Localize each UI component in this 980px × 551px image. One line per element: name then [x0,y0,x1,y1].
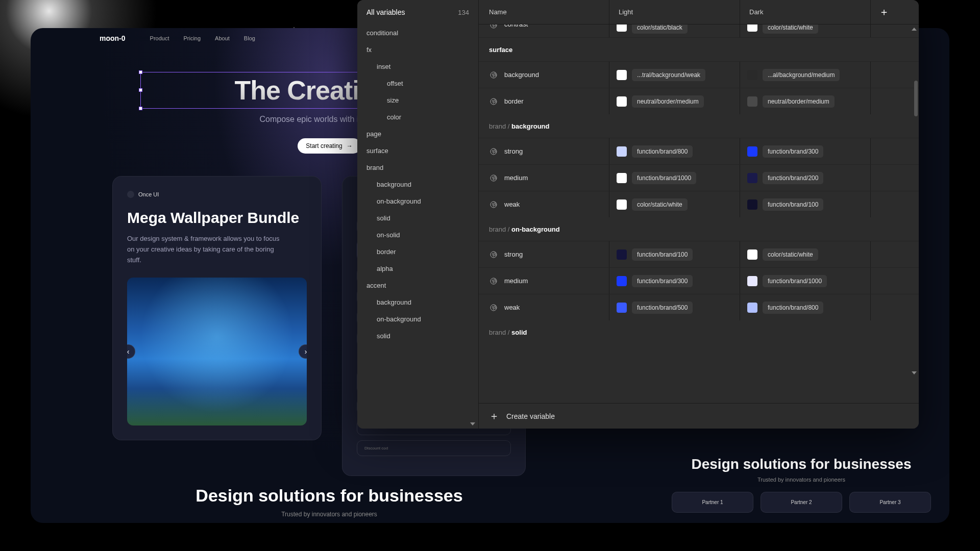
color-type-icon [489,147,498,156]
variable-row[interactable]: strong function/brand/800 function/brand… [479,138,919,164]
dark-value-cell[interactable]: color/static/white [740,24,870,37]
resize-handle-ml[interactable] [139,88,142,92]
dark-value-cell[interactable]: neutral/border/medium [740,88,870,114]
light-value-cell[interactable]: function/brand/800 [609,138,740,164]
variable-name-cell[interactable]: strong [479,241,609,267]
variable-row[interactable]: weak color/static/white function/brand/1… [479,191,919,217]
alias-chip[interactable]: color/static/white [763,24,818,34]
dark-value-cell[interactable]: ...al/background/medium [740,62,870,88]
variable-name-cell[interactable]: contrast [479,24,609,37]
light-value-cell[interactable]: function/brand/500 [609,294,740,320]
variable-row[interactable]: background ...tral/background/weak ...al… [479,61,919,88]
tree-item-accent[interactable]: accent [357,277,478,294]
group-header[interactable]: brand / solid [479,320,919,344]
column-dark-header[interactable]: Dark [740,8,870,16]
color-swatch [747,146,757,157]
tree-item-background[interactable]: background [357,294,478,311]
variable-row[interactable]: weak function/brand/500 function/brand/8… [479,294,919,320]
light-value-cell[interactable]: color/static/white [609,191,740,217]
scroll-up-icon[interactable] [912,28,917,31]
variable-row-cut[interactable]: contrast color/static/black color/static… [479,24,919,38]
alias-chip[interactable]: ...tral/background/weak [632,69,705,81]
dark-value-cell[interactable]: function/brand/300 [740,138,870,164]
tree-item-color[interactable]: color [357,109,478,126]
tree-item-size[interactable]: size [357,92,478,109]
add-mode-button[interactable]: ＋ [871,5,897,20]
tree-item-on-solid[interactable]: on-solid [357,227,478,243]
alias-chip[interactable]: ...al/background/medium [763,69,840,81]
business-section: Design solutions for businesses Trusted … [59,486,600,523]
dark-value-cell[interactable]: function/brand/200 [740,165,870,191]
alias-chip[interactable]: function/brand/100 [632,248,693,261]
light-value-cell[interactable]: function/brand/300 [609,268,740,294]
scrollbar-thumb[interactable] [914,81,918,116]
variable-name: weak [504,304,520,311]
tree-item-conditional[interactable]: conditional [357,24,478,41]
alias-chip[interactable]: function/brand/200 [763,172,823,184]
scroll-down-icon[interactable] [912,371,917,374]
alias-chip[interactable]: color/static/white [632,198,688,211]
sidebar-header[interactable]: All variables 134 [357,0,478,24]
dark-value-cell[interactable]: function/brand/100 [740,191,870,217]
variable-name: contrast [504,24,528,28]
tree-item-offset[interactable]: offset [357,75,478,92]
variables-tree[interactable]: conditionalfxinsetoffsetsizecolorpagesur… [357,24,478,429]
tree-item-brand[interactable]: brand [357,159,478,176]
alias-chip[interactable]: neutral/border/medium [632,95,704,108]
alias-chip[interactable]: function/brand/300 [763,145,823,158]
tree-item-solid[interactable]: solid [357,328,478,344]
alias-chip[interactable]: function/brand/1000 [632,172,696,184]
variable-name-cell[interactable]: background [479,62,609,88]
alias-chip[interactable]: function/brand/500 [632,302,693,314]
tree-item-solid[interactable]: solid [357,210,478,227]
alias-chip[interactable]: function/brand/800 [632,145,693,158]
dark-value-cell[interactable]: function/brand/800 [740,294,870,320]
light-value-cell[interactable]: color/static/black [609,24,740,37]
variable-name-cell[interactable]: border [479,88,609,114]
group-header[interactable]: brand / background [479,114,919,138]
carousel-prev-button: ‹ [127,344,135,359]
alias-chip[interactable]: function/brand/300 [632,275,693,287]
group-header[interactable]: brand / on-background [479,217,919,241]
resize-handle-tl[interactable] [139,70,142,74]
tree-item-on-background[interactable]: on-background [357,311,478,328]
scroll-down-icon[interactable] [470,422,475,425]
light-value-cell[interactable]: function/brand/100 [609,241,740,267]
variable-name-cell[interactable]: strong [479,138,609,164]
variables-scroll-area[interactable]: contrast color/static/black color/static… [479,24,919,403]
alias-chip[interactable]: function/brand/800 [763,302,823,314]
alias-chip[interactable]: function/brand/100 [763,198,823,211]
nav-link-pricing: Pricing [183,35,201,41]
alias-chip[interactable]: color/static/white [763,248,818,261]
column-light-header[interactable]: Light [609,8,740,16]
tree-item-page[interactable]: page [357,126,478,142]
resize-handle-bl[interactable] [139,107,142,110]
tree-item-border[interactable]: border [357,243,478,260]
variable-name-cell[interactable]: weak [479,294,609,320]
variables-panel[interactable]: All variables 134 conditionalfxinsetoffs… [357,0,919,429]
variable-row[interactable]: medium function/brand/1000 function/bran… [479,164,919,191]
alias-chip[interactable]: neutral/border/medium [763,95,835,108]
tree-item-background[interactable]: background [357,176,478,193]
create-variable-button[interactable]: ＋ Create variable [479,403,919,429]
dark-value-cell[interactable]: function/brand/1000 [740,268,870,294]
variable-name-cell[interactable]: medium [479,268,609,294]
tree-item-alpha[interactable]: alpha [357,260,478,277]
group-header[interactable]: surface [479,38,919,61]
tree-item-fx[interactable]: fx [357,41,478,58]
variable-name-cell[interactable]: medium [479,165,609,191]
variable-name-cell[interactable]: weak [479,191,609,217]
dark-value-cell[interactable]: color/static/white [740,241,870,267]
light-value-cell[interactable]: neutral/border/medium [609,88,740,114]
variable-row[interactable]: medium function/brand/300 function/brand… [479,267,919,294]
light-value-cell[interactable]: ...tral/background/weak [609,62,740,88]
column-name-header[interactable]: Name [479,8,609,16]
tree-item-on-background[interactable]: on-background [357,193,478,210]
alias-chip[interactable]: color/static/black [632,24,688,34]
tree-item-inset[interactable]: inset [357,58,478,75]
variable-row[interactable]: border neutral/border/medium neutral/bor… [479,88,919,114]
light-value-cell[interactable]: function/brand/1000 [609,165,740,191]
tree-item-surface[interactable]: surface [357,142,478,159]
variable-row[interactable]: strong function/brand/100 color/static/w… [479,241,919,267]
alias-chip[interactable]: function/brand/1000 [763,275,827,287]
